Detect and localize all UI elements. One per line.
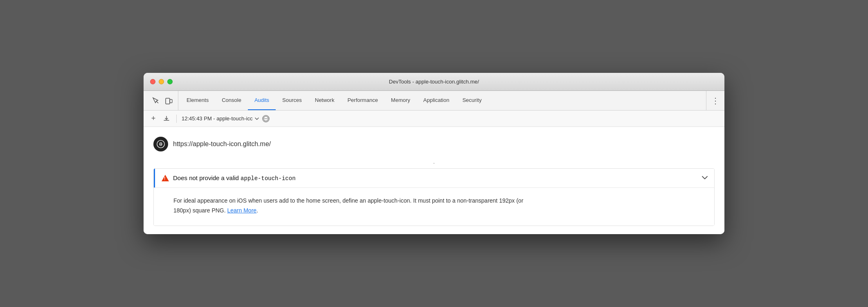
more-tabs-button[interactable]: ⋮ xyxy=(706,91,724,110)
no-entry-icon xyxy=(262,115,270,122)
tab-performance[interactable]: Performance xyxy=(341,91,384,110)
devtools-tabs-bar: Elements Console Audits Sources Network … xyxy=(144,91,724,111)
svg-rect-1 xyxy=(166,98,170,104)
close-button[interactable] xyxy=(150,79,155,84)
audit-item-title: Does not provide a valid apple-touch-ico… xyxy=(173,174,698,182)
devtools-content: https://apple-touch-icon.glitch.me/ • Do… xyxy=(144,127,724,234)
svg-line-0 xyxy=(156,101,158,103)
window-title: DevTools - apple-touch-icon.glitch.me/ xyxy=(389,79,479,85)
devtools-window: DevTools - apple-touch-icon.glitch.me/ E… xyxy=(144,73,724,234)
audit-item-body: For ideal appearance on iOS when users a… xyxy=(154,187,714,226)
title-bar: DevTools - apple-touch-icon.glitch.me/ xyxy=(144,73,724,91)
url-bar: https://apple-touch-icon.glitch.me/ xyxy=(153,135,715,153)
tab-application[interactable]: Application xyxy=(417,91,456,110)
tab-network[interactable]: Network xyxy=(308,91,341,110)
minimize-button[interactable] xyxy=(159,79,164,84)
tab-security[interactable]: Security xyxy=(456,91,488,110)
tab-memory[interactable]: Memory xyxy=(385,91,417,110)
toolbar-separator xyxy=(176,115,177,123)
audit-panel: Does not provide a valid apple-touch-ico… xyxy=(153,168,715,226)
maximize-button[interactable] xyxy=(167,79,173,84)
toolbar-icons xyxy=(147,91,178,110)
traffic-lights xyxy=(150,79,173,84)
session-dropdown[interactable] xyxy=(255,117,259,120)
site-icon xyxy=(153,137,168,151)
tab-elements[interactable]: Elements xyxy=(180,91,215,110)
tab-console[interactable]: Console xyxy=(215,91,248,110)
warning-icon xyxy=(162,175,169,181)
secondary-toolbar: + 12:45:43 PM - apple-touch-icc xyxy=(144,111,724,127)
site-url: https://apple-touch-icon.glitch.me/ xyxy=(173,140,271,148)
add-audit-button[interactable]: + xyxy=(148,114,158,124)
dot-separator: • xyxy=(153,161,715,165)
tab-sources[interactable]: Sources xyxy=(276,91,308,110)
device-mode-button[interactable] xyxy=(163,95,175,106)
chevron-up-icon[interactable] xyxy=(702,175,708,181)
audit-description: For ideal appearance on iOS when users a… xyxy=(173,196,542,216)
download-button[interactable] xyxy=(162,114,171,124)
audit-item-header[interactable]: Does not provide a valid apple-touch-ico… xyxy=(154,169,714,187)
audit-session: 12:45:43 PM - apple-touch-icc xyxy=(182,115,259,122)
inspect-element-button[interactable] xyxy=(150,95,162,106)
tab-audits[interactable]: Audits xyxy=(248,91,276,110)
svg-rect-2 xyxy=(170,99,172,103)
learn-more-link[interactable]: Learn More xyxy=(227,207,257,214)
